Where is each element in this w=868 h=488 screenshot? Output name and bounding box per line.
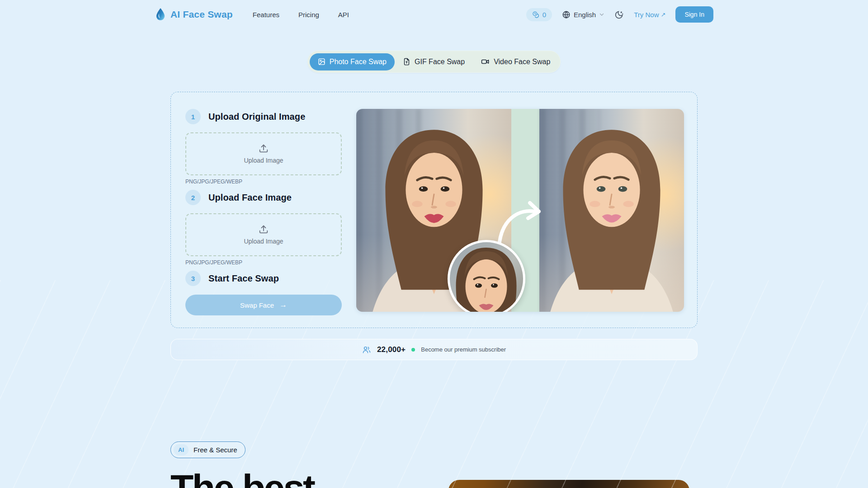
try-now-link[interactable]: Try Now ↗ [634,11,665,19]
nav-pricing[interactable]: Pricing [298,11,319,19]
step-3-number: 3 [185,271,201,286]
header: AI Face Swap Features Pricing API 0 Engl… [155,0,713,29]
upload-label: Upload Image [244,157,283,164]
face-swap-demo-image [356,109,684,312]
main-nav: Features Pricing API [253,11,349,19]
globe-icon [562,10,571,19]
ai-chip: AI [174,444,189,455]
original-image-dropzone[interactable]: Upload Image [185,132,342,175]
source-face-illustration [448,245,525,312]
language-selector[interactable]: English [562,10,604,19]
upload-label: Upload Image [244,238,283,245]
step-1-title: Upload Original Image [208,112,305,122]
language-label: English [574,11,596,19]
upload-icon [259,225,269,235]
moon-stars-icon [614,10,624,19]
try-now-label: Try Now [634,11,659,19]
subscriber-count: 22,000+ [377,345,406,354]
subscriber-text: Become our premium subscriber [421,346,506,353]
water-drop-logo-icon [155,8,166,21]
tab-label: Photo Face Swap [330,58,387,66]
photo-icon [318,58,326,66]
nav-features[interactable]: Features [253,11,279,19]
swap-face-button[interactable]: Swap Face → [185,295,342,315]
tab-gif-face-swap[interactable]: GIF Face Swap [395,53,473,70]
arrow-up-right-icon: ↗ [661,11,666,18]
tab-label: GIF Face Swap [415,58,465,66]
features-section: AI Free & Secure The best [170,441,698,488]
source-face-inset [448,240,525,312]
credits-count: 0 [542,11,546,19]
brand-logo[interactable]: AI Face Swap [155,8,233,21]
free-secure-badge: AI Free & Secure [170,441,245,458]
step-2-header: 2 Upload Face Image [185,190,342,205]
step-1-header: 1 Upload Original Image [185,109,342,124]
premium-subscriber-banner[interactable]: 22,000+ Become our premium subscriber [170,339,698,360]
demo-after-photo [539,109,684,312]
steps-column: 1 Upload Original Image Upload Image PNG… [185,109,342,311]
step-2-number: 2 [185,190,201,205]
step-3-header: 3 Start Face Swap [185,271,342,286]
coins-icon [532,11,540,19]
mode-tabs: Photo Face Swap GIF Face Swap Video Face… [307,51,561,73]
step-1-number: 1 [185,109,201,124]
tab-photo-face-swap[interactable]: Photo Face Swap [310,53,395,70]
video-camera-icon [481,57,490,66]
status-dot [411,348,415,352]
nav-api[interactable]: API [338,11,349,19]
step-3-title: Start Face Swap [208,273,279,284]
face-swap-panel: 1 Upload Original Image Upload Image PNG… [170,92,698,328]
tab-video-face-swap[interactable]: Video Face Swap [473,53,558,70]
users-icon [362,345,371,354]
chevron-down-icon [599,12,604,17]
brand-title: AI Face Swap [170,9,233,20]
credits-badge[interactable]: 0 [526,8,552,21]
tab-label: Video Face Swap [494,58,550,66]
arrow-right-icon: → [279,300,287,310]
dark-mode-toggle[interactable] [614,10,624,19]
step-2-formats: PNG/JPG/JPEG/WEBP [185,259,342,266]
sign-in-button[interactable]: Sign In [675,6,713,23]
badge-label: Free & Secure [193,446,237,454]
upload-icon [259,144,269,154]
swap-face-label: Swap Face [240,301,274,309]
step-1-formats: PNG/JPG/JPEG/WEBP [185,178,342,185]
step-2-title: Upload Face Image [208,192,292,203]
face-image-dropzone[interactable]: Upload Image [185,213,342,256]
gif-file-icon [403,58,410,66]
header-right: 0 English Try Now ↗ [526,6,713,23]
mode-tabs-wrap: Photo Face Swap GIF Face Swap Video Face… [0,51,868,73]
demo-after-woman [534,114,684,312]
section-heading: The best [170,468,698,488]
